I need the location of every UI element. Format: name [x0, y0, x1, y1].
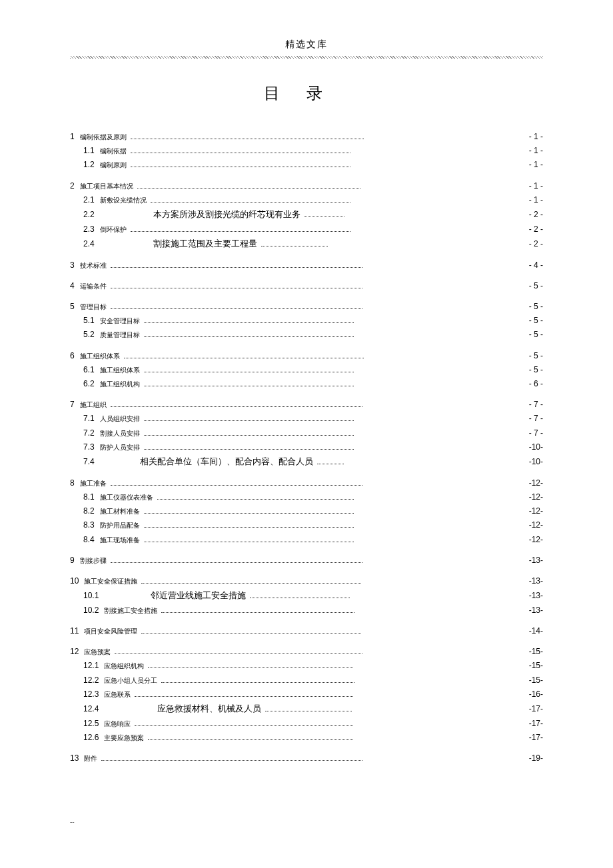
toc-page-number: -16- — [516, 688, 543, 701]
toc-label: 新敷设光缆情况 — [100, 195, 147, 206]
toc-label: 邻近营业线施工安全措施 — [151, 589, 246, 603]
toc-label: 人员组织安排 — [100, 414, 140, 424]
toc-number: 6.1 — [83, 364, 95, 376]
toc-leader-dots — [101, 756, 362, 761]
toc-leader-dots — [131, 227, 350, 232]
toc-label: 施工项目基本情况 — [80, 181, 133, 192]
toc-leader-dots — [144, 509, 354, 514]
toc-entry: 5.2质量管理目标- 5 - — [70, 328, 543, 341]
toc-label: 编制依据 — [100, 146, 127, 157]
toc-number: 8.1 — [83, 491, 95, 504]
toc-page-number: -12- — [516, 491, 543, 504]
toc-label: 项目安全风险管理 — [84, 626, 137, 637]
toc-label: 质量管理目标 — [100, 330, 140, 340]
toc-entry: 7.1人员组织安排- 7 - — [70, 412, 543, 425]
toc-page-number: -13- — [516, 604, 543, 617]
toc-page-number: - 5 - — [516, 314, 543, 327]
header-site-title: 精选文库 — [70, 39, 543, 56]
toc-label: 相关配合单位（车间）、配合内容、配合人员 — [140, 455, 313, 469]
toc-entry: 10施工安全保证措施-13- — [70, 575, 543, 588]
toc-entry: 8施工准备-12- — [70, 477, 543, 490]
toc-entry: 13附件-19- — [70, 752, 543, 765]
toc-label: 主要应急预案 — [104, 733, 144, 743]
toc-label: 应急救援材料、机械及人员 — [157, 702, 261, 716]
toc-number: 13 — [70, 752, 79, 765]
toc-number: 7.4 — [83, 456, 95, 468]
toc-label: 割接施工安全措施 — [104, 606, 157, 616]
toc-leader-dots — [131, 149, 350, 153]
toc-leader-dots — [111, 304, 362, 309]
toc-entry: 9割接步骤-13- — [70, 554, 543, 567]
toc-label: 安全管理目标 — [100, 316, 140, 326]
toc-label: 本方案所涉及割接光缆的纤芯现有业务 — [153, 208, 301, 222]
toc-entry: 2.3倒环保护- 2 - — [70, 223, 543, 236]
toc-entry: 8.1施工仪器仪表准备-12- — [70, 491, 543, 504]
toc-label: 应急小组人员分工 — [104, 675, 157, 686]
toc-leader-dots — [151, 198, 350, 203]
toc-leader-dots — [111, 481, 362, 486]
toc-number: 12.2 — [83, 674, 99, 687]
toc-page-number: - 5 - — [516, 350, 543, 362]
toc-entry: 7施工组织- 7 - — [70, 398, 543, 411]
toc-leader-dots — [111, 284, 362, 288]
toc-entry: 10.2割接施工安全措施-13- — [70, 604, 543, 617]
toc-number: 11 — [70, 625, 79, 638]
toc-leader-dots — [144, 416, 354, 421]
toc-page-number: - 4 - — [516, 259, 543, 272]
toc-label: 应急预案 — [84, 647, 111, 657]
toc-leader-dots — [250, 594, 350, 598]
toc-page-number: -15- — [516, 674, 543, 687]
toc-label: 运输条件 — [80, 281, 107, 292]
toc-entry: 4运输条件- 5 - — [70, 280, 543, 292]
toc-label: 编制原则 — [100, 160, 127, 171]
toc-number: 12.4 — [83, 703, 99, 715]
toc-page-number: -10- — [516, 441, 543, 454]
toc-label: 施工组织机构 — [100, 379, 140, 390]
toc-number: 7.1 — [83, 412, 95, 425]
toc-number: 8.3 — [83, 519, 95, 532]
toc-page-number: - 5 - — [516, 364, 543, 376]
toc-page-number: -12- — [516, 477, 543, 490]
toc-label: 应急联系 — [104, 689, 131, 700]
toc-number: 8.4 — [83, 534, 95, 546]
toc-entry: 12应急预案-15- — [70, 646, 543, 658]
toc-page-number: -15- — [516, 659, 543, 672]
toc-number: 5 — [70, 300, 75, 313]
toc-page-number: -12- — [516, 519, 543, 532]
toc-number: 12.3 — [83, 688, 99, 701]
toc-page-number: -17- — [516, 717, 543, 730]
toc-leader-dots — [148, 663, 353, 668]
toc-label: 防护用品配备 — [100, 520, 140, 531]
toc-number: 12.5 — [83, 717, 99, 730]
toc-number: 2.4 — [83, 238, 95, 250]
toc-page-number: - 1 - — [516, 131, 543, 143]
toc-leader-dots — [144, 523, 354, 528]
header-divider — [70, 56, 543, 59]
toc-number: 7.3 — [83, 441, 95, 454]
toc-label: 割接步骤 — [80, 556, 107, 566]
toc-page-number: -17- — [516, 703, 543, 715]
toc-label: 附件 — [84, 753, 97, 764]
toc-leader-dots — [144, 318, 354, 323]
toc-number: 9 — [70, 554, 75, 567]
toc-number: 8 — [70, 477, 75, 490]
toc-label: 防护人员安排 — [100, 442, 140, 453]
toc-leader-dots — [141, 629, 361, 634]
toc-leader-dots — [161, 678, 354, 683]
toc-page-number: - 2 - — [516, 223, 543, 236]
toc-page-number: -12- — [516, 534, 543, 546]
toc-page-number: - 5 - — [516, 280, 543, 292]
toc-leader-dots — [305, 213, 344, 217]
toc-entry: 12.4应急救援材料、机械及人员-17- — [70, 702, 543, 716]
toc-leader-dots — [144, 538, 354, 542]
toc-page-number: - 1 - — [516, 159, 543, 171]
toc-page-number: -13- — [516, 590, 543, 602]
toc-leader-dots — [317, 460, 344, 464]
toc-page-number: - 7 - — [516, 412, 543, 425]
toc-number: 5.2 — [83, 328, 95, 341]
toc-number: 6.2 — [83, 378, 95, 390]
toc-entry: 3技术标准- 4 - — [70, 259, 543, 272]
toc-page-number: -13- — [516, 575, 543, 588]
toc-entry: 11项目安全风险管理-14- — [70, 625, 543, 638]
toc-entry: 2.1新敷设光缆情况- 1 - — [70, 194, 543, 207]
